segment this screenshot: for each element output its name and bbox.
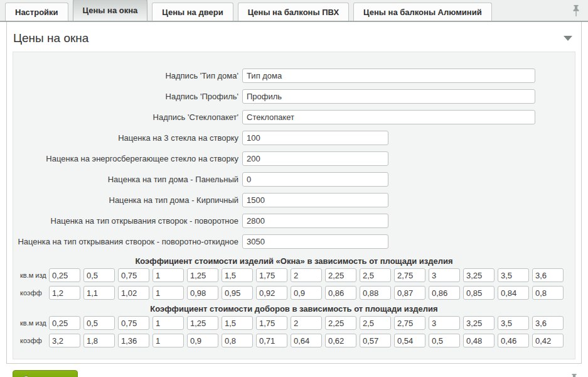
coef-input[interactable] (463, 286, 494, 300)
tab-1[interactable]: Цены на окна (73, 0, 148, 21)
coef-input[interactable] (291, 316, 322, 330)
coef-input[interactable] (532, 316, 564, 330)
field-input[interactable] (242, 214, 388, 228)
coef-input[interactable] (360, 268, 391, 282)
coef-row: кв.м изд (13, 316, 575, 330)
coef-input[interactable] (83, 286, 115, 300)
coef-input[interactable] (222, 334, 253, 347)
tab-2[interactable]: Цены на двери (152, 3, 233, 21)
coef-row-label: кв.м изд (20, 319, 49, 327)
field-label: Наценка на 3 стекла на створку (13, 133, 242, 143)
tab-3[interactable]: Цены на балконы ПВХ (238, 3, 349, 21)
coef-input[interactable] (394, 334, 425, 347)
coef-row: коэфф (13, 286, 575, 300)
tab-0[interactable]: Настройки (5, 3, 68, 21)
coef-input[interactable] (118, 334, 149, 347)
coef-input[interactable] (256, 316, 287, 330)
field-label: Наценка на тип дома - Панельный (13, 175, 242, 184)
coef-input[interactable] (325, 286, 356, 300)
coef-input[interactable] (463, 268, 494, 282)
coef-input[interactable] (83, 268, 115, 282)
pin-icon[interactable] (572, 4, 580, 17)
coef-input[interactable] (498, 316, 529, 330)
coef-input[interactable] (118, 316, 149, 330)
pin-icon[interactable] (570, 373, 579, 377)
coef-input[interactable] (463, 334, 494, 347)
content-header: Цены на окна (7, 22, 581, 52)
coef-input[interactable] (152, 334, 184, 347)
coef-input[interactable] (394, 286, 425, 300)
coef-input[interactable] (118, 268, 149, 282)
form-row: Наценка на тип открывания створок - пово… (13, 231, 575, 252)
coef-input[interactable] (291, 268, 322, 282)
field-input[interactable] (242, 68, 535, 83)
coef-input[interactable] (394, 268, 425, 282)
field-label: Наценка на энергосберегающее стекло на с… (13, 154, 242, 163)
coef-input[interactable] (325, 334, 356, 347)
coef-input[interactable] (532, 334, 564, 347)
coef-input[interactable] (498, 286, 529, 300)
coef-input[interactable] (83, 316, 115, 330)
coef-input[interactable] (187, 286, 218, 300)
coef-input[interactable] (360, 316, 391, 330)
form-row: Наценка на 3 стекла на створку (13, 128, 575, 148)
coef-input[interactable] (498, 334, 529, 347)
field-input[interactable] (242, 151, 388, 166)
coef-input[interactable] (532, 268, 564, 282)
coef-input[interactable] (222, 286, 253, 300)
field-input[interactable] (242, 131, 388, 145)
field-input[interactable] (242, 234, 388, 249)
coef-input[interactable] (429, 334, 460, 347)
coef-input[interactable] (49, 334, 80, 347)
coef-input[interactable] (256, 286, 287, 300)
coef-cells (49, 334, 564, 347)
coef-input[interactable] (429, 268, 460, 282)
coef-input[interactable] (49, 268, 80, 282)
tab-bar: НастройкиЦены на окнаЦены на двериЦены н… (0, 0, 588, 22)
coef-input[interactable] (187, 268, 218, 282)
field-input[interactable] (242, 193, 388, 207)
coef-input[interactable] (291, 286, 322, 300)
coef-input[interactable] (291, 334, 322, 347)
coef-input[interactable] (429, 286, 460, 300)
coef-input[interactable] (498, 268, 529, 282)
coef-input[interactable] (394, 316, 425, 330)
coef-input[interactable] (49, 316, 80, 330)
field-input[interactable] (242, 110, 535, 124)
coef-input[interactable] (429, 316, 460, 330)
coef-input[interactable] (152, 316, 184, 330)
save-button[interactable]: Сохранить (13, 370, 78, 377)
coef-input[interactable] (325, 316, 356, 330)
tab-4[interactable]: Цены на балконы Алюминий (353, 3, 492, 21)
coef-input[interactable] (325, 268, 356, 282)
page-title: Цены на окна (13, 31, 572, 45)
coef-input[interactable] (256, 334, 287, 347)
coef-input[interactable] (256, 268, 287, 282)
coef-input[interactable] (49, 286, 80, 300)
coef-input[interactable] (187, 316, 218, 330)
coef-input[interactable] (532, 286, 564, 300)
field-label: Наценка на тип дома - Кирпичный (13, 195, 242, 205)
coef-row-label: кв.м изд (20, 271, 49, 279)
coef-cells (49, 268, 564, 282)
field-label: Надпись 'Стеклопакет' (13, 112, 242, 122)
coef-input[interactable] (118, 286, 149, 300)
coef-input[interactable] (152, 268, 184, 282)
field-input[interactable] (242, 89, 535, 104)
form-row: Наценка на тип открывания створок - пово… (13, 210, 575, 231)
coef-input[interactable] (222, 268, 253, 282)
field-label: Надпись 'Профиль' (13, 92, 242, 101)
coef-input[interactable] (187, 334, 218, 347)
coef-input[interactable] (152, 286, 184, 300)
coef-row-label: коэфф (20, 289, 49, 297)
field-input[interactable] (242, 172, 388, 187)
coef-input[interactable] (83, 334, 115, 347)
tab-list: НастройкиЦены на окнаЦены на двериЦены н… (5, 0, 496, 21)
coef-input[interactable] (360, 286, 391, 300)
collapse-arrow-icon[interactable] (564, 36, 572, 41)
form-row: Надпись 'Тип дома' (13, 65, 575, 86)
coef-input[interactable] (463, 316, 494, 330)
coef-input[interactable] (360, 334, 391, 347)
section-title: Коэффициент стоимости доборов в зависимо… (13, 304, 575, 314)
coef-input[interactable] (222, 316, 253, 330)
